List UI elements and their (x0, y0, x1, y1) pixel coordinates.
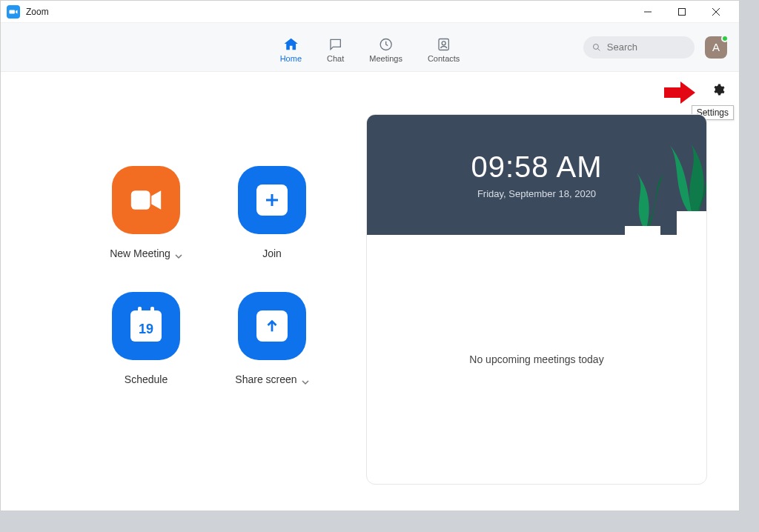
tab-home-label: Home (280, 54, 302, 63)
tab-contacts-label: Contacts (428, 54, 460, 63)
svg-rect-13 (677, 211, 706, 235)
chevron-down-icon[interactable] (302, 376, 309, 383)
tile-share-screen: Share screen (209, 292, 335, 418)
tile-join: Join (209, 166, 335, 292)
maximize-button[interactable] (665, 1, 699, 23)
clock-icon (378, 36, 394, 53)
nav-tabs: Home Chat Meetings Contacts (280, 32, 460, 63)
share-screen-label: Share screen (235, 373, 296, 385)
calendar-day-number: 19 (139, 322, 153, 337)
clock-time: 09:58 AM (471, 150, 602, 184)
tile-schedule: 19 Schedule (83, 292, 209, 418)
clock-banner: 09:58 AM Friday, September 18, 2020 (367, 115, 706, 235)
search-box[interactable] (583, 36, 695, 59)
window-title: Zoom (26, 7, 49, 17)
calendar-icon: 19 (130, 310, 162, 342)
schedule-label: Schedule (125, 373, 168, 385)
presence-indicator (721, 35, 729, 42)
svg-rect-5 (439, 39, 448, 50)
svg-point-7 (593, 44, 598, 49)
content-area: Settings New Meeting (1, 73, 738, 510)
tab-chat-label: Chat (327, 54, 344, 63)
upcoming-meetings-area: No upcoming meetings today (367, 235, 706, 484)
app-window: Zoom Home Chat Meet (0, 0, 740, 511)
tab-contacts[interactable]: Contacts (428, 32, 460, 63)
new-meeting-button[interactable] (112, 166, 180, 234)
title-bar: Zoom (1, 1, 739, 23)
svg-point-6 (442, 41, 445, 44)
main-toolbar: Home Chat Meetings Contacts (1, 23, 739, 72)
minimize-button[interactable] (631, 1, 665, 23)
new-meeting-label: New Meeting (110, 247, 170, 259)
video-icon (130, 189, 162, 211)
no-meetings-text: No upcoming meetings today (469, 353, 603, 365)
arrow-up-icon (256, 310, 288, 342)
avatar-initial: A (712, 41, 720, 53)
join-label: Join (262, 247, 282, 259)
tab-chat[interactable]: Chat (327, 32, 344, 63)
annotation-arrow (664, 82, 695, 107)
join-button[interactable] (238, 166, 306, 234)
chevron-down-icon[interactable] (175, 250, 182, 257)
search-input[interactable] (607, 41, 686, 53)
contacts-icon (436, 36, 452, 53)
schedule-button[interactable]: 19 (112, 292, 180, 360)
app-icon (7, 5, 20, 19)
svg-rect-14 (625, 226, 660, 235)
profile-avatar[interactable]: A (705, 36, 727, 59)
svg-rect-9 (131, 190, 150, 210)
tab-home[interactable]: Home (280, 32, 302, 63)
chat-icon (328, 36, 344, 53)
tab-meetings-label: Meetings (369, 54, 402, 63)
action-tiles: New Meeting Join 19 (83, 166, 335, 418)
clock-date: Friday, September 18, 2020 (477, 188, 596, 199)
calendar-panel: 09:58 AM Friday, September 18, 2020 No u… (366, 114, 707, 485)
desktop-background-bottom (0, 511, 759, 532)
desktop-background-right (740, 0, 759, 532)
svg-rect-1 (679, 8, 686, 15)
search-icon (592, 42, 601, 53)
tile-new-meeting: New Meeting (83, 166, 209, 292)
close-button[interactable] (699, 1, 733, 23)
plus-icon (256, 184, 288, 216)
gear-icon (712, 83, 725, 96)
settings-button[interactable] (707, 79, 729, 101)
share-screen-button[interactable] (238, 292, 306, 360)
home-icon (282, 36, 299, 53)
svg-line-8 (597, 48, 600, 50)
tab-meetings[interactable]: Meetings (369, 32, 402, 63)
decorative-plant (617, 115, 706, 235)
